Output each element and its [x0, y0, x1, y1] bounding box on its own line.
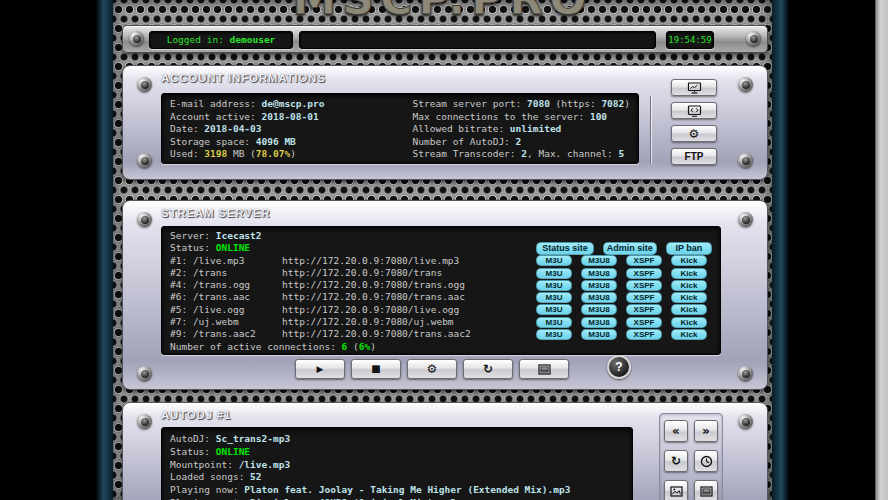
account-stats-screen-button[interactable] [671, 79, 717, 96]
stats-screen-icon [687, 82, 702, 94]
autodj-image-button[interactable] [664, 480, 688, 500]
mount-kick-button[interactable]: Kick [671, 317, 707, 328]
autodj-info-line: Mountpoint: /live.mp3 [170, 459, 624, 472]
account-info-line: Number of AutoDJ: 2 [413, 136, 630, 149]
account-action-buttons: ⚙FTP [671, 79, 717, 165]
logged-in-label: Logged in: [167, 34, 230, 45]
reload-icon: ↻ [483, 363, 493, 375]
gear-button[interactable]: ⚙ [407, 359, 457, 379]
next-icon: » [702, 425, 710, 437]
mount-row: #1: /live.mp3http://172.20.0.9:7080/live… [170, 255, 712, 267]
server-line: Server: Icecast2 [170, 230, 262, 243]
mount-kick-button[interactable]: Kick [671, 255, 707, 266]
autodj-next-button[interactable]: » [694, 420, 718, 442]
reload-icon: ↻ [671, 455, 681, 467]
log-button[interactable] [519, 359, 569, 379]
screw-icon [137, 366, 152, 381]
account-code-screen-button[interactable] [671, 102, 717, 119]
prev-icon: « [672, 425, 680, 437]
mount-xspf-button[interactable]: XSPF [626, 329, 662, 340]
gear-icon: ⚙ [689, 128, 700, 140]
mount-m3u-button[interactable]: M3U [536, 329, 572, 340]
mount-buttons: M3UM3U8XSPFKick [536, 292, 712, 303]
image-icon [670, 486, 683, 497]
mount-url: http://172.20.0.9:7080/trans.aac [282, 291, 536, 304]
mount-m3u-button[interactable]: M3U [536, 317, 572, 328]
mount-m3u8-button[interactable]: M3U8 [581, 329, 617, 340]
mount-m3u8-button[interactable]: M3U8 [581, 304, 617, 315]
mount-row: #7: /uj.webmhttp://172.20.0.9:7080/uj.we… [170, 316, 712, 328]
mount-m3u-button[interactable]: M3U [536, 255, 572, 266]
account-info-line: E-mail address: de@mscp.pro [170, 98, 413, 111]
mount-buttons: M3UM3U8XSPFKick [536, 317, 712, 328]
autodj-info-line: Loaded songs: 52 [170, 471, 624, 484]
connections-line: Number of active connections: 6 (6%) [170, 341, 376, 354]
mount-url: http://172.20.0.9:7080/trans.aac2 [282, 328, 536, 341]
mount-row: #6: /trans.aachttp://172.20.0.9:7080/tra… [170, 291, 712, 303]
mount-url: http://172.20.0.9:7080/trans.ogg [282, 279, 536, 292]
reload-button[interactable]: ↻ [463, 359, 513, 379]
mount-m3u-button[interactable]: M3U [536, 292, 572, 303]
mount-kick-button[interactable]: Kick [671, 304, 707, 315]
mount-xspf-button[interactable]: XSPF [626, 292, 662, 303]
mount-m3u8-button[interactable]: M3U8 [581, 268, 617, 279]
main-column: MSCP.PRO Logged in: demouser 19:54:59 AC… [113, 0, 772, 500]
autodj-reload-button[interactable]: ↻ [664, 450, 688, 472]
admin-site-button[interactable]: Admin site [603, 242, 657, 255]
autodj-log-button[interactable] [694, 480, 718, 500]
mount-buttons: M3UM3U8XSPFKick [536, 268, 712, 279]
ip-ban-button[interactable]: IP ban [666, 242, 712, 255]
account-panel-title: ACCOUNT INFORMATIONS [161, 72, 326, 84]
mount-buttons: M3UM3U8XSPFKick [536, 280, 712, 291]
account-gear-button[interactable]: ⚙ [671, 125, 717, 142]
mount-m3u8-button[interactable]: M3U8 [581, 292, 617, 303]
mount-row: #5: /live.ogghttp://172.20.0.9:7080/live… [170, 304, 712, 316]
status-line: Status: ONLINE [170, 242, 250, 255]
left-edge-strip [96, 0, 113, 500]
autodj-info-line: AutoDJ: Sc_trans2-mp3 [170, 433, 624, 446]
divider [650, 96, 651, 164]
account-info-right-column: Stream server port: 7080 (https: 7082)Ma… [413, 98, 630, 159]
screw-icon [738, 153, 753, 168]
mount-m3u8-button[interactable]: M3U8 [581, 280, 617, 291]
status-site-button[interactable]: Status site [536, 242, 594, 255]
gear-icon: ⚙ [427, 363, 438, 375]
help-button[interactable]: ? [607, 355, 631, 379]
mount-id-path: #5: /live.ogg [170, 304, 282, 317]
account-info-line: Allowed bitrate: unlimited [413, 123, 630, 136]
autodj-info-line: Playing now: Platon feat. Joolay - Takin… [170, 484, 624, 497]
account-ftp-button[interactable]: FTP [671, 148, 717, 165]
mount-m3u8-button[interactable]: M3U8 [581, 255, 617, 266]
stop-button[interactable]: ■ [351, 359, 401, 379]
mount-kick-button[interactable]: Kick [671, 268, 707, 279]
username: demouser [230, 34, 276, 45]
play-button[interactable]: ▶ [295, 359, 345, 379]
mount-row: #2: /transhttp://172.20.0.9:7080/transM3… [170, 267, 712, 279]
mount-kick-button[interactable]: Kick [671, 329, 707, 340]
log-icon [538, 364, 551, 375]
mount-xspf-button[interactable]: XSPF [626, 317, 662, 328]
stream-transport-controls: ▶■⚙↻ [295, 359, 569, 379]
mount-xspf-button[interactable]: XSPF [626, 268, 662, 279]
mount-kick-button[interactable]: Kick [671, 280, 707, 291]
mount-m3u-button[interactable]: M3U [536, 280, 572, 291]
scrollbar[interactable] [875, 0, 888, 500]
stream-info-box: Server: Icecast2Status: ONLINEStatus sit… [161, 226, 721, 355]
mount-xspf-button[interactable]: XSPF [626, 304, 662, 315]
status-row: Status: ONLINEStatus siteAdmin siteIP ba… [170, 242, 712, 254]
mount-buttons: M3UM3U8XSPFKick [536, 329, 712, 340]
account-info-line: Used: 3198 MB (78.07%) [170, 148, 413, 161]
autodj-prev-button[interactable]: « [664, 420, 688, 442]
autodj-clock-button[interactable] [694, 450, 718, 472]
mount-row: #4: /trans.ogghttp://172.20.0.9:7080/tra… [170, 279, 712, 291]
account-panel: ACCOUNT INFORMATIONS E-mail address: de@… [122, 65, 768, 180]
mount-m3u8-button[interactable]: M3U8 [581, 317, 617, 328]
mount-xspf-button[interactable]: XSPF [626, 255, 662, 266]
mount-xspf-button[interactable]: XSPF [626, 280, 662, 291]
account-info-line: Storage space: 4096 MB [170, 136, 413, 149]
mount-m3u-button[interactable]: M3U [536, 268, 572, 279]
clock-icon [700, 455, 713, 468]
mount-m3u-button[interactable]: M3U [536, 304, 572, 315]
logged-in-field: Logged in: demouser [149, 31, 293, 49]
mount-kick-button[interactable]: Kick [671, 292, 707, 303]
